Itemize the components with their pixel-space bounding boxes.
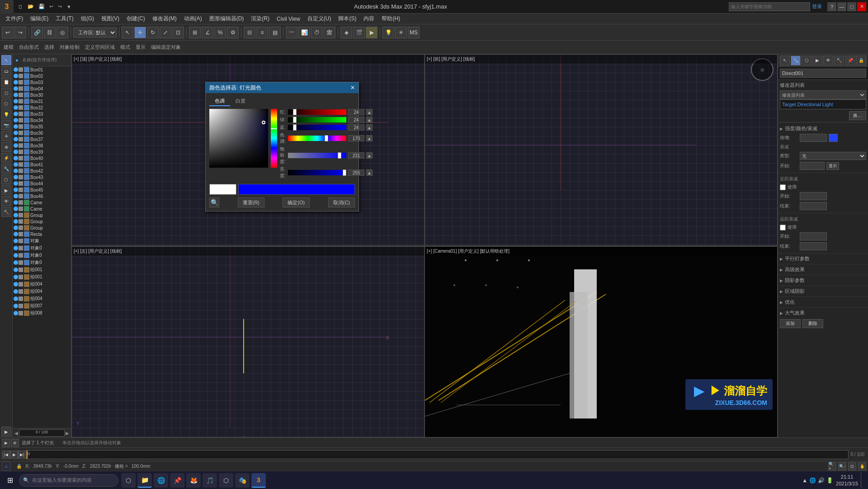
- visibility-icon[interactable]: [14, 239, 18, 243]
- slider-r-up[interactable]: ▲: [366, 109, 373, 115]
- lock-scene-icon[interactable]: [19, 118, 23, 122]
- scene-item[interactable]: Box33: [13, 111, 71, 117]
- lock-scene-icon[interactable]: [19, 150, 23, 154]
- right-utils-btn[interactable]: 🔨: [834, 56, 844, 66]
- slider-r-value[interactable]: 24: [348, 109, 364, 115]
- area-shadow-section[interactable]: 区域阴影: [778, 286, 868, 296]
- particle-btn[interactable]: ✳: [395, 27, 407, 38]
- cp-close-btn[interactable]: ✕: [350, 85, 355, 91]
- tray-battery[interactable]: 🔋: [826, 477, 833, 484]
- zoom-in-btn[interactable]: 🔍+: [828, 462, 836, 470]
- lock-scene-icon[interactable]: [19, 289, 23, 294]
- visibility-icon[interactable]: [14, 253, 18, 258]
- slider-b-up[interactable]: ▲: [366, 124, 373, 131]
- scene-item[interactable]: Box35: [13, 123, 71, 130]
- create-light-btn[interactable]: 💡: [1, 109, 11, 119]
- scene-item[interactable]: Box44: [13, 180, 71, 187]
- menu-edit[interactable]: 编辑(E): [27, 14, 52, 24]
- slider-g-up[interactable]: ▲: [366, 117, 373, 123]
- qa-undo[interactable]: ↩: [47, 3, 55, 10]
- lock-scene-icon[interactable]: [19, 175, 23, 179]
- viewport-label-front[interactable]: [+] [前] [用户定义] [线框]: [425, 55, 777, 64]
- lock-scene-icon[interactable]: [19, 260, 23, 265]
- tray-volume[interactable]: 🔊: [818, 477, 825, 484]
- light-color-swatch[interactable]: [829, 134, 838, 142]
- move-btn[interactable]: ✛: [134, 27, 146, 38]
- spinner-snap-btn[interactable]: ⚙: [227, 27, 239, 38]
- lock-scene-icon[interactable]: [19, 124, 23, 129]
- home-btn[interactable]: ⌂: [2, 462, 11, 471]
- menu-graph-editor[interactable]: 图形编辑器(D): [206, 14, 248, 24]
- lock-scene-icon[interactable]: [19, 74, 23, 78]
- atmo-delete-btn[interactable]: 删除: [802, 319, 823, 328]
- scene-item[interactable]: Box43: [13, 174, 71, 180]
- scene-item[interactable]: 组001: [13, 273, 71, 281]
- slider-s-up[interactable]: ▲: [366, 152, 373, 159]
- scene-item[interactable]: Box03: [13, 79, 71, 85]
- motion-btn[interactable]: ▶: [1, 185, 11, 195]
- menu-render[interactable]: 渲染(R): [247, 14, 273, 24]
- menu-create[interactable]: 创建(C): [123, 14, 149, 24]
- lock-scene-icon[interactable]: [19, 156, 23, 160]
- visibility-icon[interactable]: [14, 194, 18, 198]
- menu-animation[interactable]: 动画(A): [180, 14, 206, 24]
- slider-s[interactable]: [288, 153, 346, 158]
- menu-file[interactable]: 文件(F): [2, 14, 27, 24]
- bind-btn[interactable]: ◎: [57, 27, 68, 38]
- lock-scene-icon[interactable]: [19, 194, 23, 198]
- visibility-icon[interactable]: [14, 188, 18, 192]
- visibility-icon[interactable]: [14, 124, 18, 129]
- near-start-input[interactable]: 0.0mm: [800, 192, 827, 200]
- cp-gradient[interactable]: [209, 109, 268, 168]
- visibility-icon[interactable]: [14, 112, 18, 116]
- show-decay-btn[interactable]: 显示: [826, 162, 839, 170]
- prev-frame-btn[interactable]: |◀: [2, 451, 10, 459]
- create-system-btn[interactable]: ⚡: [1, 153, 11, 163]
- select-btn[interactable]: ↖: [122, 27, 133, 38]
- pan-btn[interactable]: ✋: [858, 462, 866, 470]
- menu-group[interactable]: 组(G): [77, 14, 98, 24]
- menu-modifier[interactable]: 修改器(M): [149, 14, 180, 24]
- create-shape-btn[interactable]: ⬠: [1, 99, 11, 108]
- search-field[interactable]: [729, 2, 810, 11]
- scale-btn[interactable]: ⤢: [160, 27, 171, 38]
- visibility-icon[interactable]: [14, 150, 18, 154]
- visibility-icon[interactable]: [14, 311, 18, 315]
- near-end-input[interactable]: -90.0m: [800, 202, 827, 210]
- right-pin-btn[interactable]: 📌: [845, 56, 855, 66]
- right-display-btn[interactable]: 👁: [823, 56, 833, 66]
- layer-mgr-btn[interactable]: 📋: [1, 77, 11, 87]
- ref-coord-btn[interactable]: ⊡: [172, 27, 184, 38]
- link-btn[interactable]: 🔗: [31, 27, 43, 38]
- lock-scene-icon[interactable]: [19, 226, 23, 230]
- visibility-icon[interactable]: [14, 213, 18, 217]
- slider-g-value[interactable]: 24: [348, 117, 364, 123]
- visibility-icon[interactable]: [14, 143, 18, 148]
- zoom-all-btn[interactable]: ⊡: [848, 462, 856, 470]
- slider-r[interactable]: [288, 109, 346, 115]
- slider-v-value[interactable]: 255: [348, 169, 364, 176]
- lock-scene-icon[interactable]: [19, 219, 23, 224]
- taskbar-app1[interactable]: ⬡: [219, 473, 233, 488]
- right-lock-btn[interactable]: 🔒: [856, 56, 866, 66]
- lock-scene-icon[interactable]: [19, 232, 23, 236]
- lock-scene-icon[interactable]: [19, 162, 23, 167]
- create-geo-btn[interactable]: ◻: [1, 88, 11, 98]
- menu-custom[interactable]: 自定义(U): [304, 14, 335, 24]
- lock-scene-icon[interactable]: [19, 304, 23, 308]
- scene-item[interactable]: Box30: [13, 92, 71, 98]
- mirror-btn[interactable]: ⊟: [244, 27, 255, 38]
- maxscript-btn[interactable]: MS: [408, 27, 420, 38]
- sub-tb-freeform[interactable]: 自由形式: [17, 44, 41, 51]
- utilities-btn[interactable]: 🔨: [1, 207, 11, 217]
- create-cam-btn[interactable]: 📷: [1, 120, 11, 130]
- scene-item[interactable]: 组001: [13, 266, 71, 273]
- lock-scene-icon[interactable]: [19, 105, 23, 110]
- sub-tb-edit[interactable]: 编辑选定对象: [149, 44, 183, 51]
- cp-ok-btn[interactable]: 确定(O): [283, 197, 310, 207]
- scene-item[interactable]: Box32: [13, 104, 71, 111]
- cp-hue-bar[interactable]: [271, 109, 277, 168]
- lock-scene-icon[interactable]: [19, 275, 23, 279]
- material-btn[interactable]: ◈: [340, 27, 352, 38]
- lock-scene-icon[interactable]: [19, 93, 23, 97]
